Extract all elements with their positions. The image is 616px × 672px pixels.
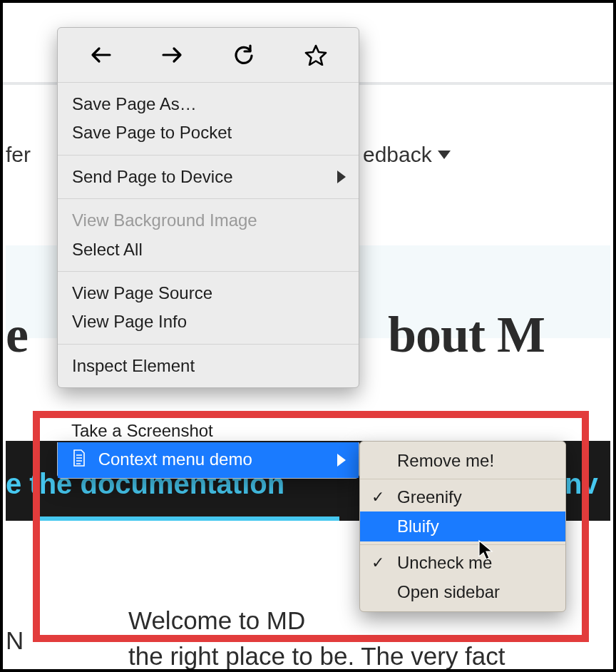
submenu-item-greenify[interactable]: ✓ Greenify — [360, 482, 565, 512]
document-icon — [72, 449, 86, 472]
context-menu[interactable]: Save Page As… Save Page to Pocket Send P… — [57, 27, 359, 388]
submenu-item-remove-me[interactable]: Remove me! — [360, 446, 565, 476]
submenu-separator — [360, 479, 565, 479]
context-submenu[interactable]: Remove me! ✓ Greenify Bluify ✓ Uncheck m… — [359, 441, 566, 612]
forward-icon — [162, 45, 183, 65]
body-text-line-2: the right place to be. The very fact — [128, 642, 505, 671]
reload-icon — [233, 44, 255, 66]
check-icon: ✓ — [371, 552, 384, 574]
back-button[interactable] — [81, 39, 120, 71]
submenu-arrow-icon — [337, 454, 346, 467]
documentation-link-underline — [40, 516, 339, 521]
nav-dropdown-label: edback — [363, 143, 432, 167]
submenu-item-label: Uncheck me — [397, 553, 492, 572]
submenu-item-open-sidebar[interactable]: Open sidebar — [360, 577, 565, 607]
menu-item-view-page-info[interactable]: View Page Info — [58, 307, 359, 336]
submenu-arrow-icon — [337, 170, 346, 183]
star-icon — [304, 44, 327, 66]
menu-item-save-to-pocket[interactable]: Save Page to Pocket — [58, 118, 359, 147]
back-icon — [90, 45, 111, 65]
menu-item-inspect-element[interactable]: Inspect Element — [58, 352, 359, 380]
forward-button[interactable] — [153, 39, 192, 71]
menu-item-send-to-device[interactable]: Send Page to Device — [58, 163, 359, 191]
caret-down-icon — [438, 151, 451, 159]
check-icon: ✓ — [371, 487, 384, 509]
context-menu-toolbar — [58, 28, 359, 83]
documentation-link-right[interactable]: nv — [565, 468, 598, 500]
submenu-separator — [360, 544, 565, 545]
submenu-item-label: Greenify — [397, 487, 462, 506]
submenu-item-uncheck-me[interactable]: ✓ Uncheck me — [360, 548, 565, 578]
body-text-n-fragment: N — [6, 626, 24, 655]
menu-item-view-bg-image: View Background Image — [58, 206, 359, 235]
context-menu-extension-row[interactable]: Context menu demo — [57, 442, 359, 479]
menu-item-view-source[interactable]: View Page Source — [58, 279, 359, 307]
nav-item-fragment: fer — [6, 143, 31, 167]
page-heading-left-fragment: e — [6, 305, 28, 365]
nav-dropdown-feedback[interactable]: edback — [363, 143, 451, 167]
menu-item-context-menu-demo[interactable]: Context menu demo — [58, 442, 359, 478]
menu-item-select-all[interactable]: Select All — [58, 235, 359, 264]
reload-button[interactable] — [224, 39, 264, 71]
menu-item-label: Context menu demo — [98, 449, 252, 469]
menu-item-save-page-as[interactable]: Save Page As… — [58, 90, 359, 118]
menu-item-label: Send Page to Device — [72, 167, 232, 186]
bookmark-button[interactable] — [296, 39, 336, 71]
page-heading-right-fragment: bout M — [388, 305, 545, 365]
submenu-item-bluify[interactable]: Bluify — [360, 511, 565, 541]
